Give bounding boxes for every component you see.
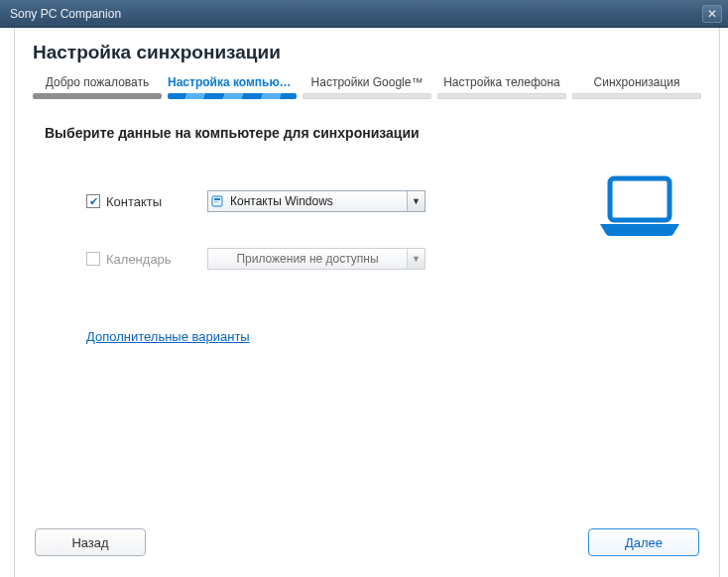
more-options-link[interactable]: Дополнительные варианты	[45, 329, 250, 344]
contacts-icon	[208, 191, 226, 211]
dropdown-arrow[interactable]: ▼	[407, 191, 425, 211]
laptop-icon	[596, 174, 683, 238]
background-sliver-left	[0, 28, 14, 87]
titlebar: Sony PC Companion ✕	[0, 0, 728, 28]
step-tabs: Добро пожаловать Настройка компьюте... Н…	[15, 71, 719, 99]
contacts-checkbox-wrap[interactable]: ✔ Контакты	[86, 194, 195, 209]
calendar-checkbox	[86, 252, 100, 266]
contacts-checkbox[interactable]: ✔	[86, 194, 100, 208]
wizard-panel: Настройка синхронизации Добро пожаловать…	[14, 28, 720, 577]
next-button[interactable]: Далее	[588, 528, 699, 556]
svg-rect-3	[610, 178, 669, 220]
step-label: Настройка компьюте...	[168, 75, 297, 89]
step-label: Добро пожаловать	[46, 75, 149, 89]
step-label: Синхронизация	[594, 75, 680, 89]
contacts-dropdown-value: Контакты Windows	[226, 194, 407, 208]
step-sync[interactable]: Синхронизация	[572, 75, 701, 99]
calendar-dropdown: Приложения не доступны ▼	[207, 248, 425, 270]
instruction-text: Выберите данные на компьютере для синхро…	[45, 125, 689, 141]
svg-rect-1	[214, 198, 220, 200]
content-area: Выберите данные на компьютере для синхро…	[15, 99, 719, 521]
next-button-label: Далее	[625, 535, 663, 550]
row-contacts: ✔ Контакты Контакты Windows ▼	[45, 190, 689, 212]
window-title: Sony PC Companion	[10, 7, 702, 21]
close-button[interactable]: ✕	[702, 5, 722, 23]
svg-rect-2	[214, 201, 218, 202]
background-sliver-right	[720, 28, 728, 127]
dropdown-arrow: ▼	[407, 249, 425, 269]
contacts-dropdown[interactable]: Контакты Windows ▼	[207, 190, 425, 212]
step-computer-setup[interactable]: Настройка компьюте...	[168, 75, 297, 99]
step-google-settings[interactable]: Настройки Google™	[303, 75, 431, 99]
chevron-down-icon: ▼	[412, 254, 421, 264]
step-label: Настройки Google™	[311, 75, 424, 89]
step-phone-setup[interactable]: Настройка телефона	[437, 75, 566, 99]
contacts-label: Контакты	[106, 194, 162, 209]
back-button-label: Назад	[71, 535, 108, 550]
step-label: Настройка телефона	[443, 75, 560, 89]
calendar-checkbox-wrap: Календарь	[86, 252, 195, 267]
step-welcome[interactable]: Добро пожаловать	[33, 75, 162, 99]
check-icon: ✔	[89, 195, 98, 208]
page-title: Настройка синхронизации	[15, 28, 719, 71]
calendar-label: Календарь	[106, 252, 172, 267]
footer: Назад Далее	[15, 521, 719, 577]
chevron-down-icon: ▼	[412, 196, 421, 206]
row-calendar: Календарь Приложения не доступны ▼	[45, 248, 689, 270]
close-icon: ✕	[707, 8, 717, 20]
back-button[interactable]: Назад	[35, 528, 146, 556]
calendar-dropdown-value: Приложения не доступны	[208, 252, 407, 266]
